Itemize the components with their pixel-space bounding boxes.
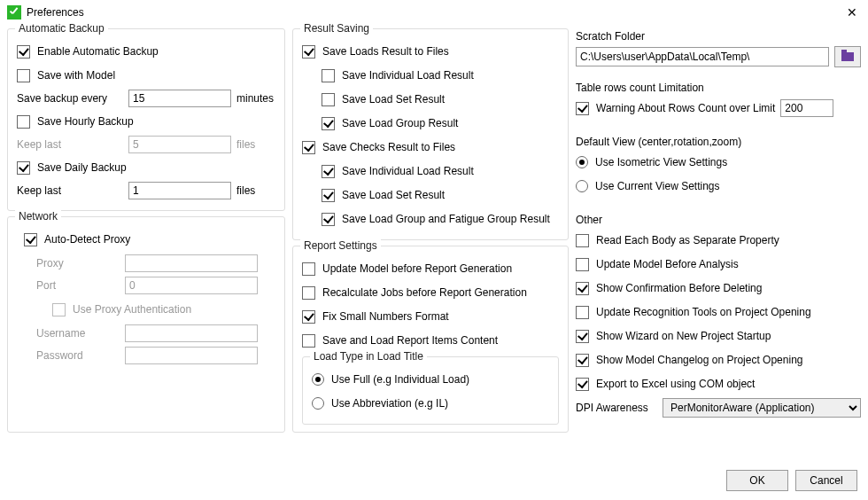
use-abbr-radio[interactable]: [312, 397, 324, 410]
username-input: [125, 324, 258, 342]
default-view-label: Default View (center,rotation,zoom): [576, 136, 861, 148]
show-wizard-label: Show Wizard on New Project Startup: [596, 330, 771, 342]
files-daily-label: files: [236, 184, 286, 197]
group-result-saving: Result Saving Save Loads Result to Files…: [292, 28, 569, 240]
use-isometric-label: Use Isometric View Settings: [595, 156, 727, 168]
use-isometric-radio[interactable]: [576, 156, 588, 168]
update-before-analysis-label: Update Model Before Analysis: [596, 258, 739, 270]
save-indiv-load-label: Save Individual Load Result: [342, 69, 474, 82]
save-with-model-checkbox[interactable]: [17, 69, 30, 82]
group-title: Automatic Backup: [15, 22, 108, 35]
folder-icon: [841, 52, 854, 61]
group-report-settings: Report Settings Update Model before Repo…: [292, 246, 569, 433]
save-load-group-label: Save Load Group Result: [342, 117, 458, 129]
keep-last-hourly-input: [128, 136, 231, 153]
keep-last-hourly-label: Keep last: [17, 138, 123, 151]
close-icon[interactable]: ✕: [843, 5, 861, 20]
confirm-delete-checkbox[interactable]: [576, 282, 589, 295]
show-changelog-checkbox[interactable]: [576, 354, 589, 367]
auto-detect-proxy-checkbox[interactable]: [24, 233, 37, 246]
save-every-label: Save backup every: [17, 92, 123, 105]
port-input: [125, 277, 258, 294]
recalc-jobs-checkbox[interactable]: [302, 286, 315, 300]
export-excel-checkbox[interactable]: [576, 378, 589, 391]
show-wizard-checkbox[interactable]: [576, 330, 589, 343]
group-title: Report Settings: [300, 239, 381, 252]
save-load-set2-label: Save Load Set Result: [342, 189, 445, 201]
ok-button[interactable]: OK: [726, 470, 788, 491]
dpi-awareness-select[interactable]: PerMonitorAware (Application): [663, 398, 861, 418]
table-limit-label: Table rows count Limitation: [576, 82, 861, 94]
update-model-report-checkbox[interactable]: [302, 262, 315, 276]
save-loads-checkbox[interactable]: [302, 45, 315, 59]
recalc-jobs-label: Recalculate Jobs before Report Generatio…: [322, 286, 527, 299]
confirm-delete-label: Show Confirmation Before Deleting: [596, 282, 762, 294]
save-hourly-label: Save Hourly Backup: [37, 115, 134, 128]
enable-backup-label: Enable Automatic Backup: [37, 45, 159, 58]
save-indiv-load2-checkbox[interactable]: [322, 165, 335, 178]
fix-small-numbers-checkbox[interactable]: [302, 310, 315, 324]
save-indiv-load2-label: Save Individual Load Result: [342, 165, 474, 177]
update-recognition-checkbox[interactable]: [576, 306, 589, 319]
show-changelog-label: Show Model Changelog on Project Opening: [596, 354, 802, 366]
browse-folder-button[interactable]: [834, 46, 861, 67]
save-hourly-checkbox[interactable]: [17, 115, 30, 129]
save-indiv-load-checkbox[interactable]: [322, 69, 335, 82]
group-title: Result Saving: [300, 22, 373, 35]
save-load-report-items-checkbox[interactable]: [302, 334, 315, 348]
use-full-label: Use Full (e.g Individual Load): [331, 373, 469, 386]
fix-small-numbers-label: Fix Small Numbers Format: [322, 310, 449, 323]
enable-backup-checkbox[interactable]: [17, 45, 30, 59]
cancel-button[interactable]: Cancel: [795, 470, 857, 491]
group-title: Load Type in Load Title: [310, 350, 427, 363]
group-title: Network: [15, 210, 61, 223]
update-model-report-label: Update Model before Report Generation: [322, 262, 512, 275]
save-checks-label: Save Checks Result to Files: [322, 141, 455, 153]
group-load-type-title: Load Type in Load Title Use Full (e.g In…: [302, 356, 559, 425]
update-recognition-label: Update Recognition Tools on Project Open…: [596, 306, 811, 318]
scratch-folder-label: Scratch Folder: [576, 30, 861, 43]
save-load-set-label: Save Load Set Result: [342, 93, 445, 105]
export-excel-label: Export to Excel using COM object: [596, 378, 755, 390]
password-input: [125, 347, 258, 364]
save-load-group-checkbox[interactable]: [322, 117, 335, 130]
save-daily-checkbox[interactable]: [17, 161, 30, 175]
warn-rows-label: Warning About Rows Count over Limit: [596, 102, 775, 114]
group-network: Network Auto-Detect Proxy Proxy Port Use…: [7, 216, 285, 433]
group-automatic-backup: Automatic Backup Enable Automatic Backup…: [7, 28, 285, 211]
read-body-checkbox[interactable]: [576, 234, 589, 247]
password-label: Password: [36, 349, 116, 362]
keep-last-daily-input[interactable]: [128, 182, 231, 199]
use-current-radio[interactable]: [576, 180, 588, 192]
read-body-label: Read Each Body as Separate Property: [596, 234, 779, 246]
save-load-report-items-label: Save and Load Report Items Content: [322, 334, 498, 347]
save-load-set-checkbox[interactable]: [322, 93, 335, 106]
auto-detect-proxy-label: Auto-Detect Proxy: [44, 233, 130, 246]
use-current-label: Use Current View Settings: [595, 180, 720, 192]
save-loads-label: Save Loads Result to Files: [322, 45, 449, 58]
save-load-set2-checkbox[interactable]: [322, 189, 335, 202]
update-before-analysis-checkbox[interactable]: [576, 258, 589, 271]
warn-rows-checkbox[interactable]: [576, 102, 589, 115]
use-proxy-auth-checkbox: [52, 303, 66, 316]
save-checks-checkbox[interactable]: [302, 141, 315, 154]
username-label: Username: [36, 327, 116, 340]
use-proxy-auth-label: Use Proxy Authentication: [73, 303, 191, 316]
files-hourly-label: files: [236, 138, 286, 151]
proxy-input: [125, 254, 258, 272]
app-icon: [7, 5, 21, 20]
rows-limit-input[interactable]: [780, 99, 833, 117]
use-full-radio[interactable]: [312, 373, 324, 386]
use-abbr-label: Use Abbreviation (e.g IL): [331, 397, 448, 410]
keep-last-daily-label: Keep last: [17, 184, 123, 197]
save-load-group-fatigue-label: Save Load Group and Fatigue Group Result: [342, 213, 550, 225]
save-daily-label: Save Daily Backup: [37, 161, 127, 174]
save-load-group-fatigue-checkbox[interactable]: [322, 213, 335, 226]
scratch-folder-input[interactable]: [576, 47, 829, 66]
port-label: Port: [36, 279, 116, 292]
save-every-input[interactable]: [128, 90, 231, 107]
window-title: Preferences: [27, 6, 843, 19]
save-with-model-label: Save with Model: [37, 69, 115, 82]
proxy-label: Proxy: [36, 257, 116, 270]
other-label: Other: [576, 214, 861, 226]
